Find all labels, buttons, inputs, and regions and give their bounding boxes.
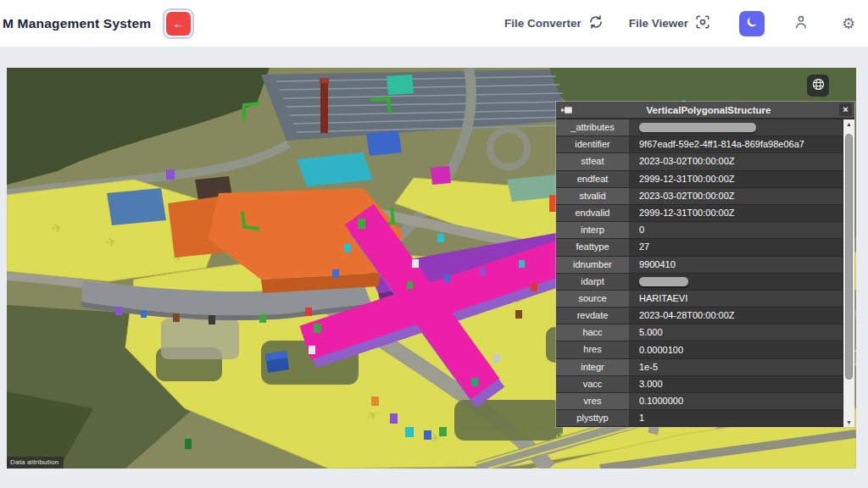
attribute-value: 2023-04-28T00:00:00Z bbox=[629, 308, 843, 324]
attribute-row: source HARITAEVI bbox=[556, 291, 843, 308]
attribute-row: idarpt bbox=[556, 274, 843, 291]
attribute-row: _attributes bbox=[556, 119, 843, 136]
attribute-value: HARITAEVI bbox=[629, 291, 843, 307]
header-nav: File Converter File Viewer bbox=[504, 11, 860, 36]
attribute-value: 0 bbox=[629, 222, 843, 238]
camera-icon bbox=[560, 105, 573, 115]
attribute-row: plysttyp 1 bbox=[556, 410, 843, 427]
attribute-label: stfeat bbox=[556, 153, 629, 169]
attribute-label: hacc bbox=[556, 324, 629, 341]
attribute-label: interp bbox=[556, 222, 629, 238]
attribute-label: idnumber bbox=[556, 257, 629, 273]
feature-properties-panel: VerticalPolygonalStructure × _attributes… bbox=[556, 102, 854, 427]
app-header: M Management System ← File Converter Fil… bbox=[0, 0, 868, 47]
scrollbar-thumb[interactable] bbox=[845, 134, 853, 380]
globe-icon bbox=[811, 77, 826, 95]
attribute-value: 0.0000100 bbox=[629, 341, 843, 358]
attribute-value: 9900410 bbox=[629, 257, 843, 273]
scroll-down-icon[interactable]: ▼ bbox=[843, 418, 854, 427]
map-attribution: Data attribution bbox=[7, 457, 64, 469]
attribute-label: revdate bbox=[556, 308, 629, 324]
panel-header: VerticalPolygonalStructure × bbox=[556, 102, 854, 119]
attribute-row: vacc 3.000 bbox=[556, 376, 843, 393]
attribute-row: revdate 2023-04-28T00:00:00Z bbox=[556, 308, 843, 324]
file-viewer-button[interactable]: File Viewer bbox=[629, 14, 710, 32]
attribute-label: hres bbox=[556, 341, 629, 358]
arrow-left-icon: ← bbox=[172, 16, 185, 30]
attribute-row: integr 1e-5 bbox=[556, 359, 843, 376]
attribute-row: stfeat 2023-03-02T00:00:00Z bbox=[556, 153, 843, 170]
attribute-label: _attributes bbox=[556, 119, 629, 136]
moon-icon bbox=[745, 15, 759, 32]
attribute-label: endvalid bbox=[556, 205, 629, 221]
close-icon[interactable]: × bbox=[839, 103, 852, 116]
attribute-row: endvalid 2999-12-31T00:00:00Z bbox=[556, 205, 843, 222]
dark-mode-toggle[interactable] bbox=[739, 11, 765, 36]
attribute-label: plysttyp bbox=[556, 410, 629, 426]
attribute-value: 2999-12-31T00:00:00Z bbox=[629, 205, 843, 221]
attribute-value: 1e-5 bbox=[629, 359, 843, 375]
attribute-label: integr bbox=[556, 359, 629, 375]
gear-icon: ⚙ bbox=[842, 16, 855, 31]
attribute-label: idarpt bbox=[556, 274, 629, 290]
sync-icon bbox=[588, 14, 604, 32]
attribute-label: feattype bbox=[556, 239, 629, 255]
attribute-row: idnumber 9900410 bbox=[556, 257, 843, 274]
attribute-value: 5.000 bbox=[629, 324, 843, 341]
attribute-label: vacc bbox=[556, 376, 629, 392]
scroll-up-icon[interactable]: ▲ bbox=[843, 119, 854, 129]
attribute-row: hres 0.0000100 bbox=[556, 341, 843, 358]
attribute-row: stvalid 2023-03-02T00:00:00Z bbox=[556, 188, 843, 205]
attribute-label: identifier bbox=[556, 136, 629, 152]
attribute-value: 9f67eadf-59e2-4ff1-814a-869fa98e06a7 bbox=[629, 136, 843, 152]
attribute-label: stvalid bbox=[556, 188, 629, 204]
attribute-value: 27 bbox=[629, 239, 843, 255]
attribute-value bbox=[629, 119, 843, 136]
attribute-value: 0.1000000 bbox=[629, 393, 843, 409]
file-viewer-label: File Viewer bbox=[629, 17, 688, 30]
person-icon bbox=[793, 14, 810, 34]
attribute-row: endfeat 2999-12-31T00:00:00Z bbox=[556, 171, 843, 188]
attribute-value: 2023-03-02T00:00:00Z bbox=[629, 188, 843, 204]
scan-icon bbox=[695, 14, 710, 32]
panel-scrollbar: ▲ ▼ bbox=[843, 119, 854, 427]
attribute-label: source bbox=[556, 291, 629, 307]
attribute-label: endfeat bbox=[556, 171, 629, 187]
attribute-row: hacc 5.000 bbox=[556, 324, 843, 341]
globe-view-button[interactable] bbox=[807, 75, 829, 97]
attribute-value: 3.000 bbox=[629, 376, 843, 392]
file-converter-label: File Converter bbox=[504, 17, 581, 30]
attribute-row: identifier 9f67eadf-59e2-4ff1-814a-869fa… bbox=[556, 136, 843, 153]
back-button[interactable]: ← bbox=[163, 8, 194, 39]
chimney-structure bbox=[320, 80, 328, 133]
attribute-value: 2023-03-02T00:00:00Z bbox=[629, 153, 843, 169]
map-viewport: ✈ ✈ ✈ ✈ ✈ ✈ ✈ ✈ ✈ ✈ ✈ bbox=[7, 68, 856, 469]
attribute-value: 2999-12-31T00:00:00Z bbox=[629, 171, 843, 187]
redacted-value-pill bbox=[639, 123, 756, 132]
attribute-value: 1 bbox=[629, 410, 843, 426]
attribute-value bbox=[629, 274, 843, 290]
redacted-value-pill bbox=[639, 277, 688, 286]
scrollbar-track[interactable] bbox=[843, 129, 854, 418]
attribute-row: feattype 27 bbox=[556, 239, 843, 256]
panel-title: VerticalPolygonalStructure bbox=[578, 105, 839, 115]
user-profile-button[interactable] bbox=[790, 13, 812, 35]
panel-body-rows: _attributes identifier 9f67eadf-59e2-4ff… bbox=[556, 119, 843, 427]
settings-button[interactable]: ⚙ bbox=[837, 13, 860, 35]
attribute-row: vres 0.1000000 bbox=[556, 393, 843, 410]
attribute-label: vres bbox=[556, 393, 629, 409]
app-title: M Management System bbox=[3, 16, 151, 31]
attribute-row: interp 0 bbox=[556, 222, 843, 239]
file-converter-button[interactable]: File Converter bbox=[504, 14, 604, 32]
